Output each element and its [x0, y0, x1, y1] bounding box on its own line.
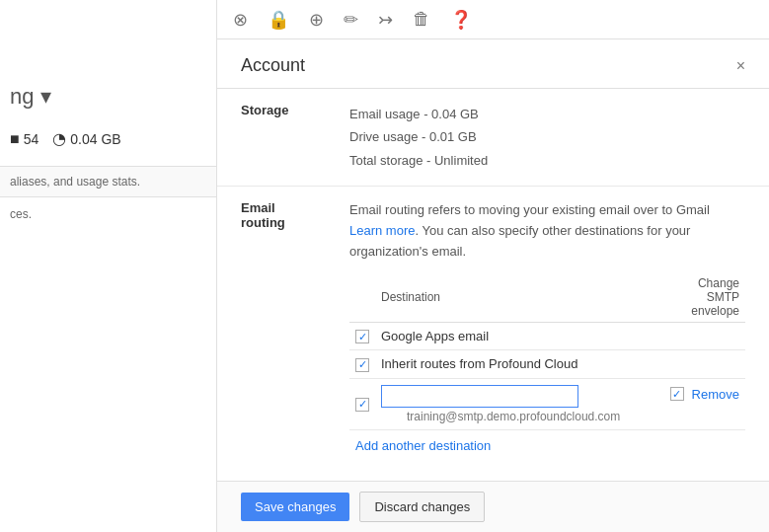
- user-icon: ■: [10, 130, 20, 148]
- email-routing-label: Email routing: [217, 187, 326, 483]
- discard-button[interactable]: Discard changes: [359, 492, 485, 522]
- checkbox-cell-2: [349, 350, 375, 379]
- close-button[interactable]: ×: [736, 57, 745, 75]
- description-part1: Email routing refers to moving your exis…: [349, 202, 710, 217]
- smtp-col-2: [664, 350, 745, 379]
- col-cb-header: [349, 272, 375, 323]
- email-routing-content: Email routing refers to moving your exis…: [326, 187, 769, 483]
- col-destination-header: Destination: [375, 272, 664, 323]
- routing-row-1: Google Apps email: [349, 322, 745, 350]
- smtp-envelope-checkbox[interactable]: [670, 387, 684, 401]
- remove-link[interactable]: Remove: [692, 387, 739, 402]
- input-checkbox[interactable]: [355, 398, 369, 412]
- storage-label: Storage: [217, 89, 326, 187]
- panel-footer: Save changes Discard changes: [217, 481, 769, 532]
- save-button[interactable]: Save changes: [241, 493, 349, 521]
- routing-header-row: Destination Change SMTP envelope: [349, 272, 745, 323]
- edit-icon[interactable]: ✏: [344, 9, 358, 31]
- destination-1: Google Apps email: [375, 322, 664, 350]
- left-panel-text2: ces.: [0, 197, 216, 231]
- smtp-checked-cell: Remove: [664, 378, 745, 429]
- stat-storage: ◔ 0.04 GB: [52, 129, 120, 148]
- info-table: Storage Email usage - 0.04 GB Drive usag…: [217, 89, 769, 484]
- add-destination-link[interactable]: Add another destination: [349, 438, 491, 453]
- email-routing-row: Email routing Email routing refers to mo…: [217, 187, 769, 483]
- stat-count: ■ 54: [10, 130, 38, 148]
- storage-line-3: Total storage - Unlimited: [349, 149, 745, 172]
- storage-value: 0.04 GB: [70, 131, 120, 147]
- transfer-icon[interactable]: ↣: [378, 9, 393, 31]
- storage-line-2: Drive usage - 0.01 GB: [349, 125, 745, 148]
- help-icon[interactable]: ❓: [450, 9, 472, 31]
- smtp-destination-input[interactable]: [381, 385, 578, 408]
- input-checkbox-cell: [349, 378, 375, 429]
- user-count: 54: [24, 131, 39, 147]
- panel-title: Account: [241, 55, 305, 76]
- panel-header: Account ×: [217, 39, 769, 89]
- storage-values: Email usage - 0.04 GB Drive usage - 0.01…: [326, 89, 769, 187]
- learn-more-link[interactable]: Learn more: [349, 223, 415, 238]
- checkbox-1[interactable]: [355, 330, 369, 343]
- delete-icon[interactable]: 🗑: [413, 9, 430, 30]
- toolbar: ⊗ 🔒 ⊕ ✏ ↣ 🗑 ❓: [217, 0, 769, 39]
- storage-line-1: Email usage - 0.04 GB: [349, 103, 745, 125]
- storage-icon: ◔: [52, 129, 66, 148]
- smtp-col-1: [664, 322, 745, 350]
- checkbox-2[interactable]: [355, 358, 369, 372]
- left-panel-desc: aliases, and usage stats.: [0, 166, 216, 197]
- main-panel: Account × Storage Email usage - 0.04 GB …: [217, 39, 769, 532]
- input-cell: training@smtp.demo.profoundcloud.com: [375, 378, 664, 429]
- routing-table: Destination Change SMTP envelope Google …: [349, 272, 745, 430]
- left-panel: ng ▾ ■ 54 ◔ 0.04 GB aliases, and usage s…: [0, 0, 217, 532]
- lock-icon[interactable]: 🔒: [268, 9, 289, 31]
- smtp-hint: training@smtp.demo.profoundcloud.com: [381, 408, 658, 423]
- left-panel-title: ng ▾: [0, 0, 216, 119]
- storage-row: Storage Email usage - 0.04 GB Drive usag…: [217, 89, 769, 187]
- left-panel-stats: ■ 54 ◔ 0.04 GB: [0, 119, 216, 158]
- routing-input-row: training@smtp.demo.profoundcloud.com Rem…: [349, 378, 745, 429]
- routing-row-2: Inherit routes from Profound Cloud: [349, 350, 745, 379]
- col-smtp-header: Change SMTP envelope: [664, 272, 745, 323]
- cancel-icon[interactable]: ⊗: [233, 9, 248, 31]
- destination-2: Inherit routes from Profound Cloud: [375, 350, 664, 379]
- email-routing-description: Email routing refers to moving your exis…: [349, 200, 745, 262]
- checkbox-cell-1: [349, 322, 375, 350]
- add-user-icon[interactable]: ⊕: [309, 9, 324, 31]
